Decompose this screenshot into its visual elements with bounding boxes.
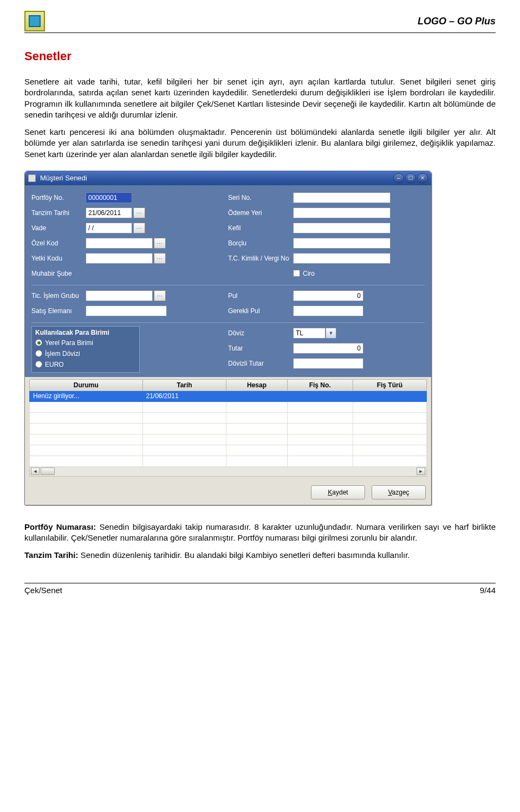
scroll-left-button[interactable]: ◄	[31, 467, 40, 475]
tanzim-date-picker-button[interactable]: ···	[133, 207, 145, 218]
portfoy-no-label: Portföy No.	[31, 194, 86, 202]
yetki-kodu-label: Yetki Kodu	[31, 255, 86, 262]
satis-elemani-label: Satış Elemanı	[31, 307, 86, 315]
yetki-kodu-input[interactable]	[86, 253, 153, 264]
vade-date-picker-button[interactable]: ···	[133, 223, 145, 233]
ozel-kod-label: Özel Kod	[31, 239, 86, 247]
doviz-label: Döviz	[228, 329, 293, 337]
doviz-input[interactable]	[293, 328, 326, 339]
section-title: Senetler	[24, 49, 496, 63]
footer-left: Çek/Senet	[24, 586, 62, 595]
history-grid-wrap: Durumu Tarih Hesap Fiş No. Fiş Türü Henü…	[25, 377, 431, 481]
vade-input[interactable]	[86, 223, 132, 233]
table-row[interactable]	[30, 401, 427, 412]
tic-islem-label: Tic. İşlem Grubu	[31, 292, 86, 300]
col-fisno[interactable]: Fiş No.	[287, 379, 353, 391]
window-title: Müşteri Senedi	[40, 174, 393, 182]
tanzim-tarihi-label: Tanzim Tarihi	[31, 209, 86, 217]
horizontal-scrollbar[interactable]: ◄ ►	[29, 467, 427, 477]
dovizli-tutar-input[interactable]	[293, 358, 363, 369]
tic-islem-lookup-button[interactable]: ···	[154, 290, 166, 301]
intro-paragraph-1: Senetlere ait vade tarihi, tutar, kefil …	[24, 76, 496, 120]
tanzim-body: Senedin düzenleniş tarihidir. Bu alandak…	[78, 550, 410, 560]
gerekli-pul-input[interactable]	[293, 306, 363, 316]
table-row[interactable]	[30, 434, 427, 445]
history-grid[interactable]: Durumu Tarih Hesap Fiş No. Fiş Türü Henü…	[29, 379, 427, 467]
tanzim-tarihi-input[interactable]	[86, 207, 132, 218]
borclu-input[interactable]	[293, 238, 391, 249]
pul-input[interactable]	[293, 290, 363, 301]
tic-islem-input[interactable]	[86, 290, 153, 301]
cell-durumu: Henüz giriliyor...	[30, 391, 143, 401]
portfoy-no-input[interactable]	[86, 192, 132, 203]
kefil-label: Kefil	[228, 224, 293, 232]
doviz-dropdown-button[interactable]: ▼	[326, 328, 336, 339]
col-tarih[interactable]: Tarih	[142, 379, 226, 391]
close-button[interactable]: ×	[417, 173, 428, 183]
table-row[interactable]	[30, 456, 427, 466]
radio-euro[interactable]: EURO	[35, 359, 136, 370]
radio-islem-dovizi[interactable]: İşlem Dövizi	[35, 348, 136, 359]
table-row[interactable]: Henüz giriliyor... 21/06/2011	[30, 391, 427, 401]
odeme-yeri-input[interactable]	[293, 207, 391, 218]
radio-icon	[35, 350, 42, 357]
scroll-thumb[interactable]	[41, 467, 55, 475]
vade-label: Vade	[31, 224, 86, 232]
minimize-button[interactable]: –	[393, 173, 404, 183]
page-footer: Çek/Senet 9/44	[24, 583, 496, 595]
maximize-button[interactable]: □	[405, 173, 416, 183]
tc-kimlik-input[interactable]	[293, 253, 391, 264]
cancel-button[interactable]: Vazgeç	[372, 485, 426, 499]
yetki-kodu-lookup-button[interactable]: ···	[154, 253, 166, 264]
tc-kimlik-label: T.C. Kimlik / Vergi No	[228, 255, 293, 262]
dovizli-tutar-label: Dövizli Tutar	[228, 360, 293, 367]
page-header: LOGO – GO Plus	[24, 11, 496, 33]
tanzim-paragraph: Tanzim Tarihi: Senedin düzenleniş tarihi…	[24, 550, 496, 561]
titlebar[interactable]: Müşteri Senedi – □ ×	[25, 171, 431, 185]
satis-elemani-input[interactable]	[86, 306, 167, 316]
gerekli-pul-label: Gerekli Pul	[228, 307, 293, 315]
footer-page-number: 9/44	[480, 586, 496, 595]
borclu-label: Borçlu	[228, 239, 293, 247]
save-button[interactable]: Kaydet	[311, 485, 365, 499]
radio-icon	[35, 361, 42, 368]
table-row[interactable]	[30, 445, 427, 456]
portfoy-head: Portföy Numarası:	[24, 522, 96, 531]
logo-icon	[24, 11, 45, 31]
currency-group-header: Kullanılacak Para Birimi	[35, 329, 136, 336]
tanzim-head: Tanzim Tarihi:	[24, 550, 78, 560]
table-row[interactable]	[30, 423, 427, 434]
radio-yerel-para[interactable]: Yerel Para Birimi	[35, 337, 136, 348]
table-row[interactable]	[30, 412, 427, 423]
separator	[31, 285, 425, 285]
scroll-right-button[interactable]: ►	[417, 467, 425, 475]
col-durumu[interactable]: Durumu	[30, 379, 143, 391]
seri-no-label: Seri No.	[228, 194, 293, 202]
separator	[31, 322, 425, 323]
col-hesap[interactable]: Hesap	[226, 379, 287, 391]
ozel-kod-lookup-button[interactable]: ···	[154, 238, 166, 249]
ciro-label: Ciro	[303, 270, 315, 277]
muhabir-sube-label: Muhabir Şube	[31, 270, 86, 277]
portfoy-paragraph: Portföy Numarası: Senedin bilgisayardaki…	[24, 522, 496, 544]
ciro-checkbox[interactable]	[293, 270, 300, 277]
cell-tarih: 21/06/2011	[142, 391, 226, 401]
pul-label: Pul	[228, 292, 293, 300]
kefil-input[interactable]	[293, 223, 391, 233]
seri-no-input[interactable]	[293, 192, 391, 203]
form-area: Portföy No. Tanzim Tarihi ··· Vade ··· Ö…	[25, 185, 431, 377]
radio-icon	[35, 339, 42, 346]
intro-paragraph-2: Senet kartı penceresi iki ana bölümden o…	[24, 127, 496, 160]
tutar-input[interactable]	[293, 343, 363, 354]
product-name: LOGO – GO Plus	[418, 16, 496, 27]
tutar-label: Tutar	[228, 345, 293, 352]
currency-radio-group: Kullanılacak Para Birimi Yerel Para Biri…	[31, 326, 140, 373]
dialog-window: Müşteri Senedi – □ × Portföy No. Tanzim …	[24, 171, 432, 505]
odeme-yeri-label: Ödeme Yeri	[228, 209, 293, 217]
ozel-kod-input[interactable]	[86, 238, 153, 249]
col-fisturu[interactable]: Fiş Türü	[353, 379, 426, 391]
system-menu-icon[interactable]	[28, 174, 36, 182]
